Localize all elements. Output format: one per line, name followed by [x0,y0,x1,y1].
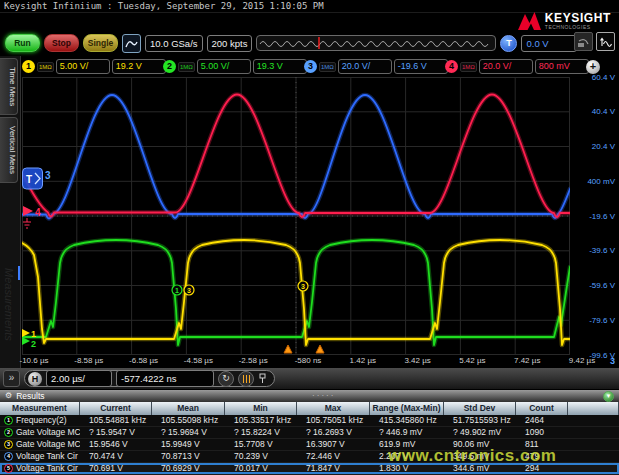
measurement-value-cell: ? 49.902 mV [444,427,516,438]
channel-3-scale-field[interactable]: 20.0 V/ [338,59,392,74]
memory-depth-field[interactable]: 200 kpts [207,35,253,52]
x-axis-label: -4.58 µs [184,356,213,365]
channel-1-badge[interactable]: 1 [22,60,35,73]
column-header[interactable]: Measurement [0,402,80,415]
measurements-watermark: Measurements [3,268,15,341]
column-header[interactable]: Count [516,402,568,415]
measurement-value-cell: 415.345860 Hz [370,415,444,426]
column-header[interactable]: Current [80,402,152,415]
measurement-value-cell: 70.8713 V [152,451,225,462]
measurement-value-cell: 2464 [516,415,568,426]
add-waveform-button[interactable]: + [586,60,600,74]
trigger-level-marker[interactable]: T [23,168,43,189]
ch4-reference-marker[interactable]: 4 [23,206,41,228]
channel-2-scale-field[interactable]: 5.00 V/ [197,59,251,74]
measurement-row[interactable]: 2Gate Voltage MC? 15.9547 V? 15.9694 V? … [0,427,619,439]
x-axis-label: -10.6 µs [19,356,48,365]
measurement-row[interactable]: 1Frequency(2)105.54881 kHz105.55098 kHz1… [0,415,619,427]
measurement-name-cell: 1Frequency(2) [0,415,80,426]
column-header[interactable]: Min [225,402,297,415]
svg-text:3: 3 [301,283,305,290]
column-header[interactable]: Range (Max-Min) [370,402,444,415]
channel-4-badge[interactable]: 4 [445,60,458,73]
pan-handles-icon[interactable] [238,371,254,387]
measurement-value-cell: 70.6929 V [152,463,225,474]
x-axis-label: -580 ns [295,356,322,365]
tab-vertical-meas[interactable]: Vertical Meas [0,117,18,183]
drag-handle[interactable]: ····· [49,394,599,398]
column-header[interactable]: Std Dev [444,402,516,415]
results-title: Results [16,391,44,401]
sample-rate-field[interactable]: 10.0 GSa/s [145,35,203,52]
preview-waveform [260,42,488,47]
measurement-marker-yellow-2[interactable]: 3 [298,281,308,291]
timebase-scale-field[interactable]: 2.00 µs/ [46,370,112,387]
row-filler [568,427,619,438]
trigger-level-field[interactable]: 0.0 V [521,35,577,52]
collapse-panel-button[interactable]: ▼ [603,391,614,402]
gear-icon[interactable]: ⚙ [5,392,12,400]
ch3-reference-label[interactable]: 3 [45,170,51,181]
expand-panel-button[interactable]: » [3,370,20,387]
y-axis-label: -79.6 V [589,316,615,325]
channel-4-scale-field[interactable]: 20.0 V/ [479,59,533,74]
timebase-position-field[interactable]: -577.4222 ns [116,370,214,387]
row-filler [568,439,619,450]
svg-text:T: T [26,174,32,185]
display-settings-icon[interactable] [574,32,593,51]
voltage-axis: 60.4 V40.4 V20.4 V400 mV-19.6 V-39.6 V-5… [571,77,617,355]
measurement-source-icon: 5 [4,464,13,473]
measurement-value-cell: 70.017 V [225,463,297,474]
row-filler [568,415,619,426]
measurement-label: Frequency(2) [16,415,67,426]
channel-1-offset-field[interactable]: 19.2 V [112,59,166,74]
measurement-label: Voltage Tank Cir [16,463,78,474]
zoom-mode-icon[interactable]: ↻ [218,371,234,387]
run-button[interactable]: Run [5,34,40,52]
channel-3-offset-field[interactable]: -19.6 V [394,59,448,74]
channel-2-offset-field[interactable]: 19.3 V [253,59,307,74]
tab-time-meas[interactable]: Time Meas [0,58,18,115]
measurement-value-cell: 16.3907 V [297,439,370,450]
waveform-display[interactable]: T 3 4 1 2 1 [22,77,570,355]
single-button[interactable]: Single [83,34,118,52]
waveform-preview-bar[interactable] [256,35,496,51]
x-axis-label: -2.58 µs [239,356,268,365]
channel-settings-bar: 11MΩ5.00 V/19.2 V21MΩ5.00 V/19.3 V31MΩ20… [22,57,600,76]
horizontal-badge[interactable]: H [28,372,42,386]
measurement-value-cell: 105.75051 kHz [297,415,370,426]
measurement-value-cell: 72.446 V [297,451,370,462]
y-axis-label: -39.6 V [589,246,615,255]
measurement-marker-yellow[interactable]: 3 [184,285,194,295]
column-header[interactable]: Max [297,402,370,415]
channel-3-badge[interactable]: 3 [304,60,317,73]
measurement-marker-green[interactable]: 1 [172,285,182,295]
results-header[interactable]: ⚙ Results ····· ▼ [0,390,619,402]
channel-4-impedance: 1MΩ [460,62,477,72]
time-reference-marker[interactable] [284,345,292,353]
trigger-badge[interactable]: T [500,35,517,52]
channel-1-scale-field[interactable]: 5.00 V/ [56,59,110,74]
y-axis-label: 20.4 V [592,142,615,151]
svg-text:3: 3 [187,287,191,294]
x-axis-label: 7.42 µs [514,356,540,365]
pin-icon[interactable] [258,370,267,388]
stop-button[interactable]: Stop [44,34,79,52]
measurement-value-cell: 15.7708 V [225,439,297,450]
measurement-value-cell: ? 15.8224 V [225,427,297,438]
auto-scale-icon[interactable] [596,32,615,51]
measurement-value-cell: 15.9546 V [80,439,152,450]
measurement-name-cell: 4Voltage Tank Cir [0,451,80,462]
column-header[interactable]: Mean [152,402,225,415]
measurement-value-cell: ? 15.9547 V [80,427,152,438]
measurement-name-cell: 5Voltage Tank Cir [0,463,80,474]
channel-4-offset-field[interactable]: 800 mV [535,59,589,74]
left-sidebar: Time Meas Vertical Meas Measurements [0,56,21,368]
channel-2-badge[interactable]: 2 [163,60,176,73]
measurement-value-cell: 51.7515593 Hz [444,415,516,426]
measurement-label: Gate Voltage MC [16,439,80,450]
y-axis-label: 400 mV [587,177,615,186]
acquisition-mode-icon[interactable] [122,34,141,53]
measurement-source-icon: 3 [4,440,13,449]
trigger-time-marker[interactable] [316,345,324,353]
